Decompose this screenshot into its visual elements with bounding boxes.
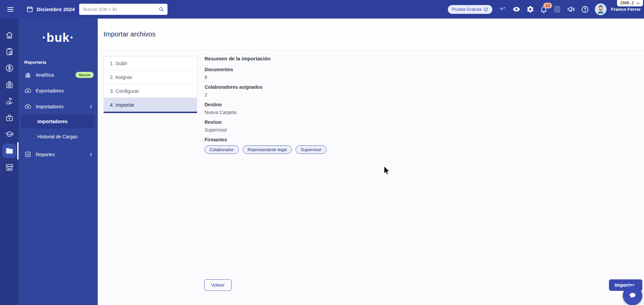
signers-chips: Colaborador Representante legal Supervis… <box>205 145 440 154</box>
sidebar-subitem-importadores[interactable]: Importadores <box>21 114 94 129</box>
topbar: Diciembre 2024 Prueba Gratuita <box>0 0 644 19</box>
summary-field-colaboradores: Colaboradores asignados 2 <box>205 84 440 98</box>
wizard-steps: 1. Subir 2. Asignar 3. Configurar 4. Imp… <box>103 56 197 113</box>
search-input[interactable] <box>79 7 158 12</box>
step-configurar[interactable]: 3. Configurar <box>103 84 197 98</box>
sidebar-item-reportes[interactable]: Reportes <box>19 146 98 162</box>
step-label: 4. Importar <box>110 102 134 108</box>
bar-chart-icon <box>24 71 31 78</box>
bag-clock-icon[interactable] <box>5 80 14 89</box>
summary-field-documentos: Documentos 8 <box>205 67 440 80</box>
cloud-upload-icon <box>24 103 31 110</box>
performance-value: 2000.2 <box>620 1 634 5</box>
home-icon[interactable] <box>5 31 14 39</box>
chat-widget-button[interactable] <box>623 286 642 305</box>
main-content: Importar archivos 1. Subir 2. Asignar 3.… <box>98 19 644 305</box>
field-label: Colaboradores asignados <box>205 84 440 90</box>
sidebar-item-label: Importadores <box>36 104 63 109</box>
sidebar-subitem-label: Importadores <box>37 119 67 124</box>
section-label: Reportería <box>24 60 98 65</box>
megaphone-icon[interactable] <box>567 5 575 13</box>
calendar-icon[interactable] <box>26 6 33 13</box>
graduation-cap-icon[interactable] <box>5 130 14 139</box>
sidebar-item-label: Exportadores <box>36 88 64 93</box>
step-asignar[interactable]: 2. Asignar <box>103 70 197 84</box>
summary-field-destino: Destino Nueva Carpeta <box>205 102 440 115</box>
gear-icon[interactable] <box>526 5 534 13</box>
search-box[interactable] <box>79 4 167 15</box>
page-header: Importar archivos <box>98 19 644 50</box>
sidebar-item-analitica[interactable]: Analítica Nuevo <box>19 67 98 83</box>
bell-icon[interactable]: 23 <box>540 5 548 13</box>
notification-count-badge: 23 <box>543 3 552 8</box>
cloud-download-icon <box>24 87 31 94</box>
report-icon <box>24 151 31 158</box>
hamburger-menu-icon[interactable] <box>7 6 14 13</box>
field-value: 8 <box>205 75 440 80</box>
user-name[interactable]: Franco Ferrer <box>611 7 641 12</box>
field-label: Documentos <box>205 67 440 72</box>
sparkles-icon[interactable] <box>498 5 507 13</box>
performance-unit: ms <box>636 1 640 5</box>
clipboard-clock-icon[interactable] <box>5 47 14 56</box>
chevron-left-icon[interactable] <box>88 152 94 157</box>
summary-heading: Resumen de la importación <box>205 56 440 61</box>
currency-icon[interactable] <box>5 64 14 73</box>
back-button[interactable]: Volver <box>204 279 232 291</box>
sidebar-item-exportadores[interactable]: Exportadores <box>19 83 98 99</box>
sidebar-item-label: Reportes <box>36 152 55 157</box>
step-subir[interactable]: 1. Subir <box>103 56 197 70</box>
period-label[interactable]: Diciembre 2024 <box>37 6 75 12</box>
page-title: Importar archivos <box>103 30 156 38</box>
step-label: 3. Configurar <box>110 88 139 94</box>
sidebar-item-label: Analítica <box>36 72 54 78</box>
field-value: Supervisor <box>205 127 440 133</box>
chip-colaborador[interactable]: Colaborador <box>205 145 239 154</box>
field-value: 2 <box>205 92 440 98</box>
import-summary: Resumen de la importación Documentos 8 C… <box>205 56 440 158</box>
hand-heart-icon[interactable] <box>5 97 14 106</box>
step-label: 2. Asignar <box>110 74 132 80</box>
field-label: Destino <box>205 102 440 107</box>
avatar[interactable] <box>595 3 607 15</box>
summary-field-revisor: Revisor Supervisor <box>205 119 440 133</box>
chip-representante-legal[interactable]: Representante legal <box>243 145 292 154</box>
storefront-icon[interactable] <box>5 163 14 172</box>
sidebar-item-importadores[interactable]: Importadores <box>19 99 98 114</box>
sidebar-panel: ·buk· Reportería Analítica Nuevo Exporta… <box>19 19 98 305</box>
bag-star-icon[interactable] <box>5 113 14 122</box>
performance-tooltip: 2000.2 ms <box>617 0 643 6</box>
help-icon[interactable] <box>581 5 589 13</box>
buk-logo[interactable]: ·buk· <box>19 31 98 45</box>
folder-icon[interactable] <box>5 146 14 155</box>
step-importar[interactable]: 4. Importar <box>103 98 197 113</box>
sidebar-subitem-historial-de-cargas[interactable]: Historial de Cargas <box>21 130 94 144</box>
eye-icon[interactable] <box>512 5 521 13</box>
step-label: 1. Subir <box>110 60 127 66</box>
search-icon[interactable] <box>158 6 164 12</box>
sidebar: ·buk· Reportería Analítica Nuevo Exporta… <box>0 19 98 305</box>
trial-badge[interactable]: Prueba Gratuita <box>448 5 492 14</box>
chat-bubble-icon <box>627 290 638 301</box>
module-rail <box>0 19 19 305</box>
sidebar-subitem-label: Historial de Cargas <box>37 134 78 139</box>
chevron-left-icon[interactable] <box>88 104 94 109</box>
field-value: Nueva Carpeta <box>205 110 440 115</box>
summary-field-firmantes: Firmantes Colaborador Representante lega… <box>205 137 440 154</box>
nuevo-badge: Nuevo <box>75 72 94 78</box>
field-label: Revisor <box>205 119 440 125</box>
document-icon[interactable] <box>553 5 561 13</box>
field-label: Firmantes <box>205 137 440 142</box>
info-icon <box>484 7 488 12</box>
chip-supervisor[interactable]: Supervisor <box>296 145 327 154</box>
trial-badge-label: Prueba Gratuita <box>452 7 482 12</box>
